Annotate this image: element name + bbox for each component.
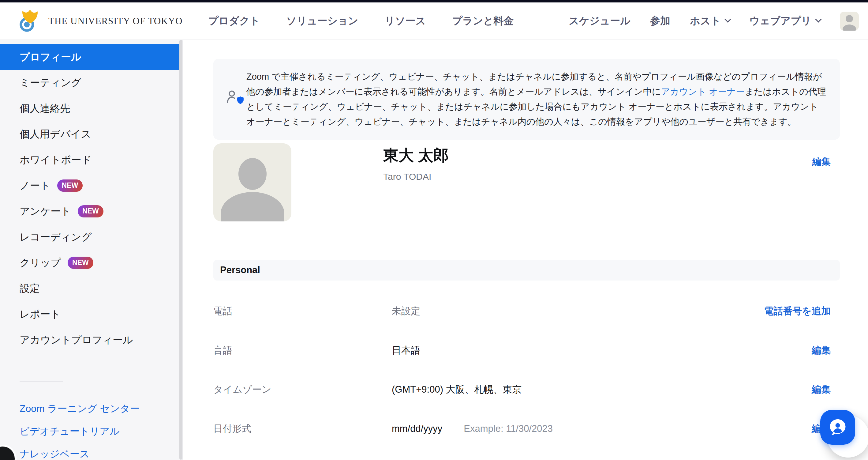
sidebar-item-profile[interactable]: プロフィール [0,44,180,70]
top-dark-strip [0,0,868,2]
sidebar-item-whiteboard[interactable]: ホワイトボード [0,147,182,173]
display-name: 東大 太郎 [383,146,449,165]
join-button[interactable]: 参加 [650,14,670,28]
sidebar-item-label: アンケート [20,205,71,218]
link-zoom-learning-center[interactable]: Zoom ラーニング センター [0,398,182,420]
account-owner-link[interactable]: アカウント オーナー [661,87,745,96]
chevron-down-icon [815,16,822,22]
sidebar-item-personal-contacts[interactable]: 個人連絡先 [0,95,182,121]
sidebar-item-label: レコーディング [20,230,92,244]
sidebar-item-label: プロフィール [20,50,82,64]
sidebar-item-settings[interactable]: 設定 [0,276,182,301]
sidebar-nav: プロフィール ミーティング 個人連絡先 個人用デバイス ホワイトボード ノート … [0,40,182,353]
privacy-notice-text: Zoom で主催されるミーティング、ウェビナー、チャット、またはチャネルに参加す… [246,69,826,129]
sidebar-item-label: ノート [20,179,51,193]
sidebar-item-label: ホワイトボード [20,153,92,167]
timezone-value: (GMT+9:00) 大阪、札幌、東京 [392,383,522,396]
avatar-head-shape [239,158,267,190]
webapp-dropdown[interactable]: ウェブアプリ [749,14,820,28]
header-actions: スケジュール 参加 ホスト ウェブアプリ [569,12,859,31]
main-content: Zoom で主催されるミーティング、ウェビナー、チャット、またはチャネルに参加す… [183,40,868,460]
support-chat-button[interactable] [820,410,855,445]
avatar-body-shape [843,25,856,31]
phone-label: 電話 [213,305,392,318]
sidebar-item-account-profile[interactable]: アカウントプロフィール [0,327,182,353]
language-edit-link[interactable]: 編集 [812,344,831,357]
privacy-person-shield-icon [224,88,244,108]
language-label: 言語 [213,344,392,357]
sidebar-item-reports[interactable]: レポート [0,301,182,327]
main-nav: プロダクト ソリューション リソース プランと料金 [208,14,514,28]
host-dropdown-label: ホスト [690,14,721,28]
university-logo[interactable]: THE UNIVERSITY OF TOKYO [18,9,182,33]
profile-edit-link[interactable]: 編集 [812,155,831,168]
header: THE UNIVERSITY OF TOKYO プロダクト ソリューション リソ… [0,2,868,40]
new-badge: NEW [78,205,103,218]
add-phone-number-link[interactable]: 電話番号を追加 [764,305,831,318]
profile-avatar[interactable] [213,143,291,222]
phone-row: 電話 未設定 電話番号を追加 [213,292,831,331]
sidebar-item-label: アカウントプロフィール [20,333,133,347]
chevron-down-icon [725,16,731,22]
sidebar: プロフィール ミーティング 個人連絡先 個人用デバイス ホワイトボード ノート … [0,40,183,460]
profile-header: 東大 太郎 Taro TODAI 編集 [213,143,831,222]
sidebar-scrollbar[interactable] [179,40,182,460]
timezone-label: タイムゾーン [213,383,392,396]
nav-solutions[interactable]: ソリューション [286,14,359,28]
phone-value: 未設定 [392,305,420,318]
language-row: 言語 日本語 編集 [213,331,831,370]
sidebar-divider [20,381,63,382]
sidebar-item-label: レポート [20,308,61,321]
link-video-tutorials[interactable]: ビデオチュートリアル [0,420,182,443]
host-dropdown[interactable]: ホスト [690,14,730,28]
personal-rows: 電話 未設定 電話番号を追加 言語 日本語 編集 タイムゾーン (GMT+9:0… [213,292,831,448]
date-format-label: 日付形式 [213,422,392,435]
university-name: THE UNIVERSITY OF TOKYO [49,16,182,27]
link-knowledge-base[interactable]: ナレッジベース [0,443,182,460]
schedule-button[interactable]: スケジュール [569,14,630,28]
privacy-notice: Zoom で主催されるミーティング、ウェビナー、チャット、またはチャネルに参加す… [213,59,840,140]
new-badge: NEW [68,257,93,269]
nav-products[interactable]: プロダクト [208,14,260,28]
sidebar-item-label: 個人用デバイス [20,127,91,141]
personal-section-title: Personal [220,265,260,276]
user-avatar[interactable] [840,12,859,31]
sidebar-item-notes[interactable]: ノート NEW [0,173,182,198]
personal-section-bar: Personal [213,260,840,281]
sidebar-item-surveys[interactable]: アンケート NEW [0,198,182,224]
nav-plans-pricing[interactable]: プランと料金 [452,14,514,28]
language-value: 日本語 [392,344,420,357]
date-format-example: Example: 11/30/2023 [464,423,553,434]
sidebar-item-personal-devices[interactable]: 個人用デバイス [0,121,182,147]
timezone-row: タイムゾーン (GMT+9:00) 大阪、札幌、東京 編集 [213,370,831,409]
ginkgo-leaf-icon [18,9,42,33]
timezone-edit-link[interactable]: 編集 [812,383,831,396]
date-format-row: 日付形式 mm/dd/yyyy Example: 11/30/2023 編集 [213,409,831,448]
avatar-head-shape [846,15,853,22]
romanized-name: Taro TODAI [383,172,449,182]
sidebar-item-label: クリップ [20,256,61,270]
sidebar-item-label: 個人連絡先 [20,102,70,115]
chat-person-icon [826,415,849,439]
avatar-body-shape [221,192,284,222]
webapp-dropdown-label: ウェブアプリ [749,14,811,28]
sidebar-item-clips[interactable]: クリップ NEW [0,250,182,276]
date-format-value: mm/dd/yyyy [392,423,442,434]
nav-resources[interactable]: リソース [385,14,426,28]
sidebar-item-recordings[interactable]: レコーディング [0,224,182,250]
sidebar-item-meetings[interactable]: ミーティング [0,70,182,95]
profile-names: 東大 太郎 Taro TODAI [383,143,449,222]
sidebar-item-label: ミーティング [20,76,82,90]
sidebar-item-label: 設定 [20,282,40,295]
new-badge: NEW [57,179,83,192]
